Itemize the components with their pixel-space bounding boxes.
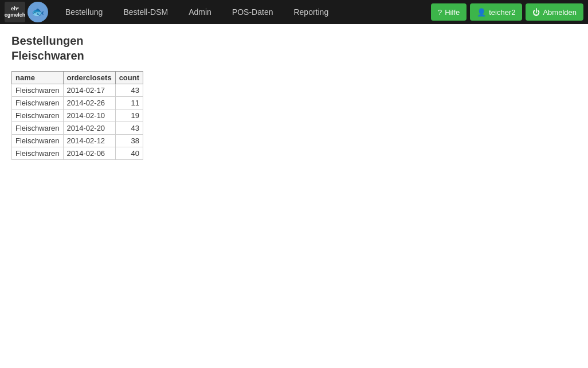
table-row: Fleischwaren2014-02-0640 [12, 147, 143, 160]
cell-name: Fleischwaren [12, 109, 64, 122]
table-body: Fleischwaren2014-02-1743Fleischwaren2014… [12, 84, 143, 160]
col-header-name: name [12, 72, 64, 84]
user-button[interactable]: 👤 teicher2 [470, 3, 522, 21]
cell-name: Fleischwaren [12, 97, 64, 109]
cell-orderclosets: 2014-02-20 [63, 122, 115, 135]
logo-cgmelch: eh²cgmelch [5, 2, 25, 22]
main-content: Bestellungen Fleischwaren name orderclos… [0, 24, 588, 169]
cell-count: 43 [115, 84, 143, 97]
cell-count: 11 [115, 97, 143, 109]
nav-link-pos-daten[interactable]: POS-Daten [222, 0, 284, 24]
brand: eh²cgmelch 🐟 [5, 2, 48, 22]
hilfe-button[interactable]: ? Hilfe [431, 3, 467, 21]
cell-count: 43 [115, 122, 143, 135]
cell-name: Fleischwaren [12, 135, 64, 147]
question-icon: ? [438, 8, 442, 17]
power-icon: ⏻ [532, 8, 540, 17]
table-row: Fleischwaren2014-02-1238 [12, 135, 143, 147]
cell-orderclosets: 2014-02-10 [63, 109, 115, 122]
cell-orderclosets: 2014-02-12 [63, 135, 115, 147]
table-row: Fleischwaren2014-02-1019 [12, 109, 143, 122]
navbar: eh²cgmelch 🐟 Bestellung Bestell-DSM Admi… [0, 0, 588, 24]
cell-name: Fleischwaren [12, 84, 64, 97]
table-row: Fleischwaren2014-02-1743 [12, 84, 143, 97]
cell-orderclosets: 2014-02-17 [63, 84, 115, 97]
nav-link-reporting[interactable]: Reporting [283, 0, 339, 24]
cell-count: 40 [115, 147, 143, 160]
page-title: Bestellungen Fleischwaren [11, 33, 577, 63]
nav-links: Bestellung Bestell-DSM Admin POS-Daten R… [55, 0, 431, 24]
nav-link-bestellung[interactable]: Bestellung [55, 0, 113, 24]
nav-right: ? Hilfe 👤 teicher2 ⏻ Abmelden [431, 3, 583, 21]
col-header-count: count [115, 72, 143, 84]
cell-name: Fleischwaren [12, 147, 64, 160]
nav-link-bestell-dsm[interactable]: Bestell-DSM [113, 0, 178, 24]
user-icon: 👤 [477, 8, 486, 17]
table-row: Fleischwaren2014-02-2043 [12, 122, 143, 135]
table-header-row: name orderclosets count [12, 72, 143, 84]
cell-orderclosets: 2014-02-26 [63, 97, 115, 109]
nav-link-admin[interactable]: Admin [178, 0, 222, 24]
abmelden-button[interactable]: ⏻ Abmelden [526, 3, 583, 21]
col-header-orderclosets: orderclosets [63, 72, 115, 84]
table-row: Fleischwaren2014-02-2611 [12, 97, 143, 109]
data-table: name orderclosets count Fleischwaren2014… [11, 71, 143, 160]
cell-name: Fleischwaren [12, 122, 64, 135]
cell-count: 19 [115, 109, 143, 122]
logo-fish: 🐟 [28, 2, 48, 22]
table-head: name orderclosets count [12, 72, 143, 84]
cell-orderclosets: 2014-02-06 [63, 147, 115, 160]
cell-count: 38 [115, 135, 143, 147]
